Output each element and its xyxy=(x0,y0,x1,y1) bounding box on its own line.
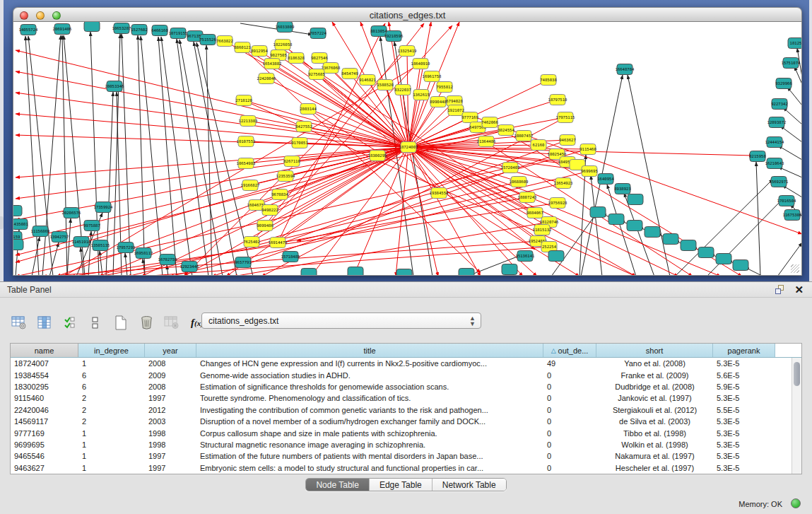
tab-network-table[interactable]: Network Table xyxy=(433,479,506,491)
graph-node-yellow[interactable]: 19384554 xyxy=(430,188,449,199)
graph-node-teal[interactable] xyxy=(681,240,696,251)
graph-node-yellow[interactable]: 13325419 xyxy=(398,46,417,57)
graph-node-yellow[interactable]: 10654983 xyxy=(237,158,256,169)
graph-node-teal[interactable]: 15136141 xyxy=(516,251,535,262)
graph-node-yellow[interactable]: 7663822 xyxy=(216,36,233,47)
graph-node-teal[interactable] xyxy=(698,247,714,258)
graph-node-yellow[interactable]: 1921072 xyxy=(447,105,464,116)
graph-node-teal[interactable]: 1435081 xyxy=(13,219,28,230)
graph-node-yellow[interactable]: 16961758 xyxy=(423,71,442,82)
graph-node-yellow[interactable]: 8454749 xyxy=(341,69,358,79)
graph-node-teal[interactable]: 15718485 xyxy=(281,252,300,262)
graph-node-yellow[interactable]: 1588520 xyxy=(377,80,394,90)
graph-node-teal[interactable]: 13942757 xyxy=(50,232,69,243)
graph-node-yellow[interactable]: 9699695 xyxy=(581,166,598,177)
graph-node-yellow[interactable]: 1362615 xyxy=(413,90,430,100)
graph-node-yellow[interactable]: 8322037 xyxy=(394,85,411,95)
table-row[interactable]: 2242004622012Investigating the contribut… xyxy=(11,404,792,416)
graph-node-teal[interactable] xyxy=(348,267,363,276)
column-header-title[interactable]: title xyxy=(196,344,543,357)
table-row[interactable]: 946362711997Embryonic stem cells: a mode… xyxy=(11,462,792,474)
row-height-button[interactable] xyxy=(86,313,105,332)
graph-node-yellow[interactable]: 8860123 xyxy=(234,42,251,53)
graph-node-yellow[interactable]: 18300295 xyxy=(368,151,387,161)
graph-node-yellow[interactable]: 18797510 xyxy=(548,95,567,105)
graph-node-yellow[interactable]: 12213383 xyxy=(239,116,258,127)
graph-node-teal[interactable]: 17359924 xyxy=(94,202,114,213)
graph-node-yellow[interactable]: 9678834 xyxy=(271,189,288,200)
graph-node-yellow[interactable]: 9498222 xyxy=(261,205,278,216)
column-header-name[interactable]: name xyxy=(11,344,78,357)
graph-node-yellow[interactable]: 8267110 xyxy=(283,156,300,167)
graph-node-teal[interactable] xyxy=(502,264,517,275)
graph-node-yellow[interactable]: 3824554 xyxy=(498,125,514,136)
graph-node-teal[interactable]: 1527602 xyxy=(131,25,148,35)
graph-node-teal[interactable]: 10719155 xyxy=(169,28,188,39)
graph-node-teal[interactable] xyxy=(548,251,564,262)
graph-node-teal[interactable]: 7515526 xyxy=(199,35,216,45)
graph-node-yellow[interactable]: 9884067 xyxy=(526,208,543,218)
graph-node-teal[interactable]: 18125 xyxy=(788,38,802,49)
graph-node-yellow[interactable]: 62160 xyxy=(531,140,546,151)
graph-node-teal[interactable]: 11675300 xyxy=(783,210,802,221)
graph-node-yellow[interactable]: 18724007 xyxy=(399,142,418,153)
column-header-outde[interactable]: △out_de... xyxy=(543,344,596,357)
table-row[interactable]: 946554611997Estimation of the future num… xyxy=(11,450,792,462)
graph-node-yellow[interactable]: 18226058 xyxy=(273,40,293,50)
graph-node-teal[interactable]: 12444154 xyxy=(765,137,785,148)
graph-node-teal[interactable]: 17016504 xyxy=(777,196,797,206)
window-titlebar[interactable]: citations_edges.txt xyxy=(13,7,802,22)
create-column-button[interactable] xyxy=(112,313,130,332)
memory-ok-indicator[interactable] xyxy=(791,498,801,508)
table-row[interactable]: 911546021997Tourette syndrome. Phenomeno… xyxy=(11,392,792,404)
graph-node-yellow[interactable]: 12353594 xyxy=(276,171,296,182)
graph-node-yellow[interactable]: 8912954 xyxy=(251,46,268,57)
graph-node-teal[interactable]: 12093872 xyxy=(767,117,787,128)
tab-node-table[interactable]: Node Table xyxy=(306,479,370,491)
graph-node-teal[interactable] xyxy=(459,269,474,276)
graph-node-yellow[interactable]: 8427552 xyxy=(295,122,312,132)
graph-node-yellow[interactable]: 18807243 xyxy=(518,192,537,203)
graph-node-yellow[interactable]: 9146821 xyxy=(359,75,376,86)
column-header-year[interactable]: year xyxy=(145,344,196,357)
graph-node-teal[interactable]: 6466160 xyxy=(151,25,168,36)
graph-node-yellow[interactable]: 9099486 xyxy=(257,221,273,231)
table-row[interactable]: 1938455462009Genome-wide association stu… xyxy=(11,369,792,380)
graph-node-teal[interactable]: 19218596 xyxy=(384,31,404,42)
table-row[interactable]: 977716911998Corpus callosum shape and si… xyxy=(11,427,792,438)
graph-node-teal[interactable]: 13505135 xyxy=(91,240,110,251)
graph-node-teal[interactable]: 20206576 xyxy=(62,208,81,218)
panel-collapse-handle[interactable] xyxy=(0,216,4,229)
graph-node-yellow[interactable]: 9777169 xyxy=(461,112,478,123)
citation-network-graph[interactable]: 7663822886012389129541822605898275058186… xyxy=(13,22,802,276)
tab-edge-table[interactable]: Edge Table xyxy=(370,479,433,491)
graph-node-yellow[interactable]: 11815132 xyxy=(533,225,552,235)
column-header-indegree[interactable]: in_degree xyxy=(78,344,145,357)
network-canvas[interactable]: 7663822886012389129541822605898275058186… xyxy=(13,22,802,276)
table-row[interactable]: 1830029562008Estimation of significance … xyxy=(11,381,792,392)
graph-node-teal[interactable]: 11156869 xyxy=(31,226,50,237)
column-header-pagerank[interactable]: pagerank xyxy=(713,344,775,357)
graph-node-yellow[interactable]: 7485038 xyxy=(540,75,557,86)
graph-node-yellow[interactable]: 2718120 xyxy=(235,95,252,106)
graph-node-yellow[interactable]: 10807457 xyxy=(514,131,534,141)
graph-node-yellow[interactable]: 7625402 xyxy=(243,237,260,247)
graph-node-teal[interactable]: 8215958 xyxy=(749,151,766,162)
resize-grip-icon[interactable] xyxy=(791,264,799,273)
delete-table-button[interactable] xyxy=(163,313,181,332)
graph-node-teal[interactable]: 12923446 xyxy=(180,262,199,272)
delete-column-button[interactable] xyxy=(137,313,155,332)
graph-node-yellow[interactable]: 13654923 xyxy=(554,178,573,189)
graph-node-yellow[interactable]: 19756928 xyxy=(548,198,568,209)
graph-node-teal[interactable] xyxy=(13,240,23,250)
graph-node-teal[interactable]: 20053346 xyxy=(105,81,124,92)
graph-node-yellow[interactable]: 16914479 xyxy=(269,238,288,248)
graph-node-yellow[interactable]: 9170051 xyxy=(291,138,308,148)
graph-node-teal[interactable] xyxy=(608,214,624,225)
graph-node-yellow[interactable]: 17975115 xyxy=(556,112,575,123)
graph-node-teal[interactable]: 8938923 xyxy=(614,184,631,194)
graph-node-yellow[interactable]: 8990448 xyxy=(430,97,447,107)
scrollbar-thumb[interactable] xyxy=(794,362,800,386)
graph-node-teal[interactable]: 15692971 xyxy=(770,177,789,187)
close-panel-icon[interactable]: ✕ xyxy=(794,284,804,296)
